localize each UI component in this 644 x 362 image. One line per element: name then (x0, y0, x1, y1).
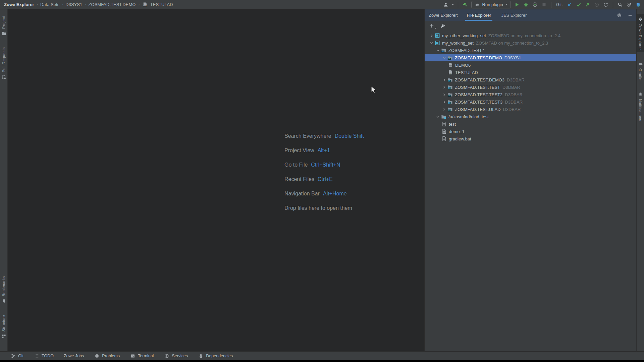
chevron-right-icon[interactable] (441, 99, 447, 105)
status-bar-item-dependencies[interactable]: Dependencies (198, 353, 233, 359)
tree-row-testulad[interactable]: MEMTESTULAD (425, 69, 636, 76)
git-push-icon[interactable] (585, 2, 591, 8)
tree-row-my-working-set[interactable]: my_working_setZOSMFAD on my_connection_t… (425, 39, 636, 47)
member-file-icon: MEM (448, 62, 453, 68)
tree-row-demo6[interactable]: MEMDEMO6 (425, 61, 636, 69)
breadcrumb-item[interactable]: Zowe Explorer (4, 2, 34, 7)
tree-row-my-other-working-set[interactable]: my_other_working_setZOSMFAD on my_connec… (425, 32, 636, 39)
tree-node-name: ZOSMFAD.TEST.ULAD (455, 107, 501, 112)
minimize-icon[interactable] (627, 12, 633, 18)
ide-sphere-icon[interactable] (635, 2, 641, 8)
gradle-icon (474, 2, 480, 8)
structure-icon (1, 333, 7, 339)
svg-text:DS: DS (448, 58, 451, 60)
tool-window-button-bookmarks[interactable]: Bookmarks (0, 274, 8, 306)
chevron-right-icon[interactable] (441, 92, 447, 97)
zowe-explorer-tool-window: Zowe Explorer: File ExplorerJES Explorer… (424, 9, 636, 351)
tree-row-demo-1[interactable]: demo_1 (425, 128, 636, 135)
svg-text:DS: DS (442, 50, 444, 52)
debug-icon[interactable] (523, 2, 529, 8)
tree-node-name: /u/zosmfad/ulad_test (448, 114, 489, 119)
rollback-icon[interactable] (603, 2, 609, 8)
shortcut-key: Alt+1 (318, 147, 330, 154)
breadcrumb-item[interactable]: Data Sets (40, 2, 59, 7)
dataset-folder-icon: DS (447, 55, 453, 60)
tool-window-button-gradle[interactable]: Gradle (637, 59, 644, 82)
tree-row-zosmfad-test-demo3[interactable]: DSZOSMFAD.TEST.DEMO3D3DBAR (425, 76, 636, 83)
breadcrumb-separator-icon: › (62, 2, 63, 7)
chevron-right-icon[interactable] (441, 77, 447, 82)
tree-node-name: gradlew.bat (449, 136, 471, 141)
tree-row-gradlew-bat[interactable]: gradlew.bat (425, 135, 636, 142)
tree-row-zosmfad-test-demo[interactable]: DSZOSMFAD.TEST.DEMOD3SYS1 (425, 54, 636, 61)
tree-row-test[interactable]: test (425, 120, 636, 128)
settings-icon[interactable] (616, 12, 622, 18)
user-icon[interactable] (443, 2, 449, 8)
uss-file-icon (441, 121, 447, 127)
history-icon[interactable] (594, 2, 600, 8)
status-bar-item-problems[interactable]: Problems (94, 353, 120, 359)
pull-request-icon (1, 74, 7, 80)
run-icon[interactable] (514, 2, 520, 8)
tool-window-bar: GitTODOZowe JobsProblemsTerminalServices… (0, 351, 644, 360)
run-configuration-dropdown[interactable]: Run plugin (471, 1, 511, 8)
tool-window-header: Zowe Explorer: File ExplorerJES Explorer (425, 9, 636, 21)
zowe-icon: Z (637, 16, 643, 22)
tree-node-name: ZOSMFAD.TEST.TEST2 (455, 92, 502, 97)
breadcrumb-item[interactable]: TESTULAD (150, 2, 173, 7)
tool-window-button-structure[interactable]: Structure (0, 313, 8, 341)
status-bar-item-git[interactable]: Git (10, 353, 23, 359)
tool-window-button-pull-requests[interactable]: Pull Requests (0, 45, 8, 82)
chevron-right-icon[interactable] (441, 107, 447, 112)
tool-window-button-project[interactable]: Project (0, 14, 8, 39)
search-icon[interactable] (617, 2, 623, 8)
git-branch-icon (10, 353, 16, 359)
dataset-folder-icon: DS (441, 48, 446, 53)
status-bar-item-zowe-jobs[interactable]: Zowe Jobs (64, 354, 84, 358)
settings-icon[interactable] (626, 2, 632, 8)
right-stripe-group: Zowe ExplorerZGradleNotifications (637, 14, 644, 123)
git-commit-icon[interactable] (576, 2, 582, 8)
tree-row-zosmfad-test-test3[interactable]: DSZOSMFAD.TEST.TEST3D3DBAR (425, 98, 636, 106)
tool-window-button-zowe-explorer[interactable]: Zowe ExplorerZ (637, 14, 644, 52)
tree-row-u-zosmfad-ulad-test[interactable]: /u/zosmfad/ulad_test (425, 113, 636, 120)
breadcrumb-separator-icon: › (85, 2, 86, 7)
tree-row-zosmfad-test[interactable]: DSZOSMFAD.TEST.* (425, 47, 636, 54)
svg-text:MEM: MEM (449, 65, 452, 67)
tree-row-zosmfad-test-ulad[interactable]: DSZOSMFAD.TEST.ULADD3DBAR (425, 106, 636, 113)
stop-icon[interactable] (541, 2, 547, 8)
terminal-icon (130, 353, 136, 359)
shortcut-hint-row: Recent FilesCtrl+E (284, 172, 364, 186)
build-hammer-icon[interactable] (462, 2, 468, 8)
chevron-down-icon[interactable] (435, 114, 440, 119)
coverage-icon[interactable] (532, 2, 538, 8)
shortcut-key: Ctrl+E (318, 176, 333, 182)
tool-window-button-label: Structure (2, 315, 6, 331)
tree-node-name: ZOSMFAD.TEST.* (448, 48, 484, 53)
svg-text:DS: DS (448, 87, 451, 89)
panel-tab-jes-explorer[interactable]: JES Explorer (500, 9, 528, 21)
uss-dir-icon (441, 114, 446, 119)
mouse-cursor (371, 86, 377, 96)
breadcrumb-separator-icon: › (37, 2, 38, 7)
tree-row-zosmfad-test-test[interactable]: DSZOSMFAD.TEST.TESTD3DBAR (425, 83, 636, 91)
chevron-down-icon[interactable] (435, 48, 440, 53)
breadcrumb-item[interactable]: ZOSMFAD.TEST.DEMO (89, 2, 136, 7)
panel-tab-file-explorer[interactable]: File Explorer (465, 9, 492, 21)
chevron-right-icon[interactable] (441, 84, 447, 90)
tree-row-zosmfad-test-test2[interactable]: DSZOSMFAD.TEST.TEST2D3DBAR (425, 91, 636, 98)
chevron-down-icon (505, 4, 508, 5)
git-update-icon[interactable] (567, 2, 573, 8)
chevron-down-icon[interactable] (429, 40, 434, 46)
dataset-folder-icon: DS (447, 84, 453, 90)
status-bar-item-todo[interactable]: TODO (34, 353, 54, 359)
chevron-down-icon[interactable] (441, 55, 447, 60)
wrench-icon[interactable] (440, 23, 446, 29)
bookmark-icon (1, 298, 7, 304)
chevron-right-icon[interactable] (429, 33, 434, 38)
status-bar-item-services[interactable]: Services (164, 353, 188, 359)
plus-icon[interactable] (429, 23, 435, 29)
status-bar-item-terminal[interactable]: Terminal (130, 353, 154, 359)
tool-window-button-notifications[interactable]: Notifications (637, 89, 644, 123)
breadcrumb-item[interactable]: D3SYS1 (65, 2, 82, 7)
